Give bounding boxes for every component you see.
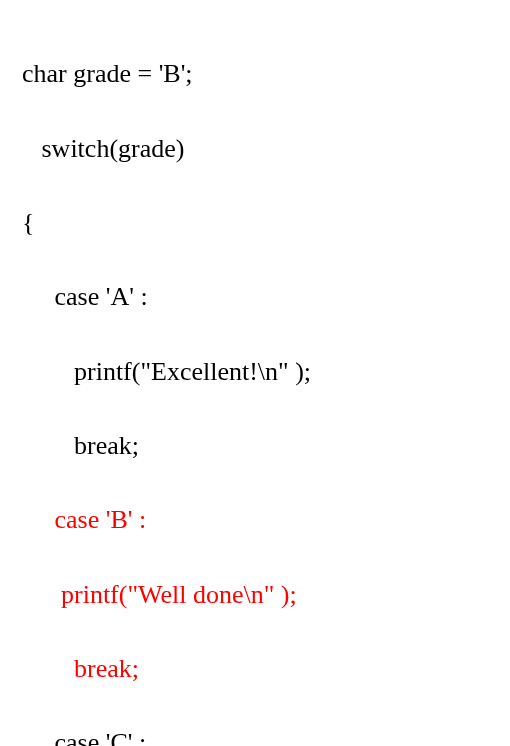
code-line-highlighted: break; xyxy=(22,650,488,687)
code-line: case 'A' : xyxy=(22,278,488,315)
code-line: char grade = 'B'; xyxy=(22,55,488,92)
code-line-highlighted: printf("Well done\n" ); xyxy=(22,576,488,613)
code-line: printf("Excellent!\n" ); xyxy=(22,353,488,390)
code-line: switch(grade) xyxy=(22,130,488,167)
code-snippet: char grade = 'B'; switch(grade) { case '… xyxy=(22,18,488,746)
code-line-highlighted: case 'B' : xyxy=(22,501,488,538)
code-line: { xyxy=(22,204,488,241)
code-line: case 'C' : xyxy=(22,724,488,746)
code-line: break; xyxy=(22,427,488,464)
